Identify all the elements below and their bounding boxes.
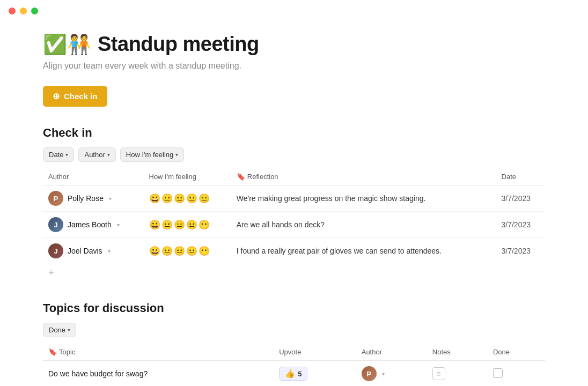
done-cell[interactable] [488,361,545,387]
date-cell: 3/7/2023 [496,185,545,212]
table-row: J Joel Davis ▾ 😀 😐 😐 😐 😶 I found a reall… [43,238,545,264]
table-row: Do we have budget for swag? 👍 5 P ▾ [43,361,545,387]
filter-done[interactable]: Done ▾ [43,323,76,337]
filter-feeling[interactable]: How I'm feeling ▾ [120,147,184,162]
main-content: ✅🧑‍🤝‍🧑 Standup meeting Align your team e… [0,22,588,386]
topics-table: 🔖 Topic Upvote Author Notes Done Do we h… [43,345,545,386]
chevron-down-icon: ▾ [175,152,178,158]
checkin-table-header: Author How I'm feeling 🔖 Reflection Date [43,169,545,185]
reflection-cell: We're making great progress on the magic… [231,185,496,212]
author-cell: J James Booth ▾ [43,212,144,238]
author-name: James Booth [68,220,112,229]
chevron-down-icon: ▾ [68,327,70,333]
filter-date-label: Date [49,151,63,159]
feeling-cell: 😀 😐 😐 😐 😐 [144,185,231,212]
filter-feeling-label: How I'm feeling [126,151,173,159]
chevron-down-icon[interactable]: ▾ [108,248,111,254]
topics-table-header: 🔖 Topic Upvote Author Notes Done [43,345,545,361]
topics-filters: Done ▾ [43,323,545,337]
reflection-cell: I found a really great pair of gloves we… [231,238,496,264]
page-subtitle: Align your team every week with a standu… [43,61,545,71]
bookmark-icon: 🔖 [48,348,57,356]
col-header-done: Done [488,345,545,361]
chevron-down-icon[interactable]: ▾ [382,371,385,377]
col-header-date: Date [496,169,545,185]
emoji-4: 😐 [186,246,197,257]
page-icon: ✅🧑‍🤝‍🧑 [43,33,91,56]
col-header-reflection: 🔖 Reflection [231,169,496,185]
emoji-1: 😀 [149,219,160,231]
emoji-3: 😐 [174,193,185,204]
topics-section-title: Topics for discussion [43,301,545,315]
col-header-notes: Notes [427,345,488,361]
notes-cell[interactable]: ≡ [427,361,488,387]
col-header-author: Author [356,345,427,361]
author-name: Polly Rose [68,194,104,203]
emoji-1: 😀 [149,193,160,204]
emoji-2: 😐 [161,219,173,231]
emoji-5: 😶 [199,219,210,231]
date-cell: 3/7/2023 [496,238,545,264]
page-title: Standup meeting [98,33,259,56]
emoji-3: 😐 [174,246,185,257]
checkin-button-label: Check in [64,92,98,101]
emoji-2: 😐 [161,193,173,204]
emoji-3: 😑 [174,219,185,231]
done-checkbox[interactable] [493,368,503,378]
chevron-down-icon: ▾ [107,152,110,158]
upvote-count: 5 [298,370,302,378]
feeling-cell: 😀 😐 😐 😐 😶 [144,238,231,264]
filter-author[interactable]: Author ▾ [78,147,115,162]
add-row-label[interactable]: + [43,264,545,283]
page-header: ✅🧑‍🤝‍🧑 Standup meeting [43,33,545,56]
maximize-dot[interactable] [31,8,38,14]
emoji-5: 😶 [199,246,210,257]
chevron-down-icon[interactable]: ▾ [117,222,120,228]
emoji-4: 😐 [186,219,197,231]
col-header-topic: 🔖 Topic [43,345,274,361]
emoji-2: 😐 [161,246,173,257]
checkin-button-icon: ⊕ [53,91,60,101]
table-row: P Polly Rose ▾ 😀 😐 😐 😐 😐 We're making gr… [43,185,545,212]
avatar: P [48,191,63,206]
bookmark-icon: 🔖 [237,173,245,181]
add-row[interactable]: + [43,264,545,283]
chevron-down-icon: ▾ [65,152,68,158]
emoji-4: 😐 [186,193,197,204]
window-bar [0,0,588,22]
checkin-section-title: Check in [43,126,545,140]
table-row: J James Booth ▾ 😀 😐 😑 😐 😶 Are we all han… [43,212,545,238]
checkin-table: Author How I'm feeling 🔖 Reflection Date… [43,169,545,282]
author-cell: J Joel Davis ▾ [43,238,144,264]
emoji-5: 😐 [199,193,210,204]
chevron-down-icon[interactable]: ▾ [109,196,112,202]
reflection-cell: Are we all hands on deck? [231,212,496,238]
date-cell: 3/7/2023 [496,212,545,238]
filter-date[interactable]: Date ▾ [43,147,74,162]
topic-cell: Do we have budget for swag? [43,361,274,387]
upvote-cell[interactable]: 👍 5 [274,361,356,387]
checkin-button[interactable]: ⊕ Check in [43,86,107,107]
avatar: J [48,217,63,232]
avatar: J [48,243,63,258]
close-dot[interactable] [9,8,16,14]
col-header-upvote: Upvote [274,345,356,361]
filter-author-label: Author [84,151,105,159]
thumbsup-icon: 👍 [285,369,295,378]
col-header-feeling: How I'm feeling [144,169,231,185]
col-header-author: Author [43,169,144,185]
author-cell: P ▾ [356,361,427,387]
author-cell: P Polly Rose ▾ [43,185,144,212]
checkin-filters: Date ▾ Author ▾ How I'm feeling ▾ [43,147,545,162]
avatar: P [362,366,377,381]
feeling-cell: 😀 😐 😑 😐 😶 [144,212,231,238]
filter-done-label: Done [49,326,65,334]
minimize-dot[interactable] [20,8,27,14]
emoji-1: 😀 [149,246,160,257]
author-name: Joel Davis [68,247,102,255]
topics-section: Topics for discussion Done ▾ 🔖 Topic Upv [43,301,545,386]
notes-icon[interactable]: ≡ [432,367,445,380]
